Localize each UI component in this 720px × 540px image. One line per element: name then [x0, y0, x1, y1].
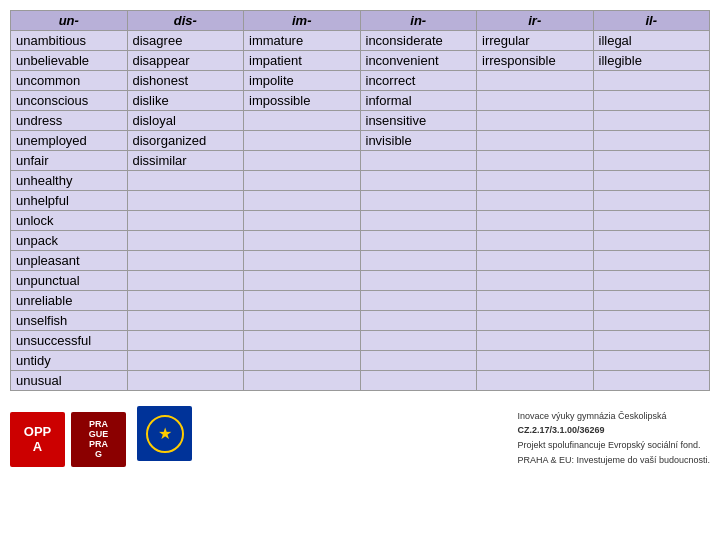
cell-in	[360, 351, 477, 371]
cell-un: uncommon	[11, 71, 128, 91]
cell-im	[244, 151, 361, 171]
header-il: il-	[593, 11, 710, 31]
cell-in	[360, 251, 477, 271]
header-in: in-	[360, 11, 477, 31]
cell-in	[360, 271, 477, 291]
table-row: unconsciousdislikeimpossibleinformal	[11, 91, 710, 111]
cell-im	[244, 111, 361, 131]
cell-dis: disorganized	[127, 131, 244, 151]
cell-ir	[477, 331, 594, 351]
page-container: un- dis- im- in- ir- il- unambitiousdisa…	[0, 0, 720, 540]
cell-ir	[477, 351, 594, 371]
cell-il: illegible	[593, 51, 710, 71]
cell-in: insensitive	[360, 111, 477, 131]
cell-il	[593, 351, 710, 371]
cell-im	[244, 311, 361, 331]
cell-un: unbelievable	[11, 51, 128, 71]
cell-ir	[477, 311, 594, 331]
cell-il	[593, 131, 710, 151]
cell-il	[593, 231, 710, 251]
cell-in	[360, 151, 477, 171]
header-im: im-	[244, 11, 361, 31]
cell-un: unpack	[11, 231, 128, 251]
cell-ir	[477, 231, 594, 251]
cell-im	[244, 291, 361, 311]
header-dis: dis-	[127, 11, 244, 31]
cell-dis: disappear	[127, 51, 244, 71]
cell-il	[593, 271, 710, 291]
eu-label: EVROPSKÁ UNIE	[132, 463, 197, 472]
cell-ir	[477, 131, 594, 151]
cell-ir	[477, 211, 594, 231]
project-line1: Projekt spolufinancuje Evropský sociální…	[517, 439, 710, 452]
prague-text: PRAGUEPRAG	[89, 419, 109, 459]
cell-in	[360, 191, 477, 211]
cell-in	[360, 231, 477, 251]
header-un: un-	[11, 11, 128, 31]
table-row: uncommondishonestimpoliteincorrect	[11, 71, 710, 91]
innovation-line2: CZ.2.17/3.1.00/36269	[517, 424, 710, 437]
cell-dis: disagree	[127, 31, 244, 51]
cell-il: illegal	[593, 31, 710, 51]
cell-in: inconvenient	[360, 51, 477, 71]
cell-un: unambitious	[11, 31, 128, 51]
cell-im	[244, 171, 361, 191]
logo-eu-wrap: ★ EVROPSKÁ UNIE	[132, 406, 197, 472]
cell-ir	[477, 171, 594, 191]
cell-un: untidy	[11, 351, 128, 371]
table-row: unbelievabledisappearimpatientinconvenie…	[11, 51, 710, 71]
logos: OPP A PRAGUEPRAG ★ EVROPSKÁ UNIE	[10, 406, 197, 472]
cell-un: unpunctual	[11, 271, 128, 291]
eu-stars: ★	[158, 426, 172, 442]
cell-un: unsuccessful	[11, 331, 128, 351]
oppa-text: OPP	[24, 424, 51, 439]
table-row: unsuccessful	[11, 331, 710, 351]
table-row: unhelpful	[11, 191, 710, 211]
table-row: unambitiousdisagreeimmatureinconsiderate…	[11, 31, 710, 51]
cell-in	[360, 211, 477, 231]
cell-il	[593, 371, 710, 391]
cell-il	[593, 331, 710, 351]
cell-im	[244, 231, 361, 251]
table-row: untidy	[11, 351, 710, 371]
cell-il	[593, 311, 710, 331]
project-line2: PRAHA & EU: Investujeme do vaší budoucno…	[517, 454, 710, 467]
innovation-line1: Inovace výuky gymnázia Českolipská	[517, 410, 710, 423]
cell-ir	[477, 91, 594, 111]
table-row: unlock	[11, 211, 710, 231]
footer: OPP A PRAGUEPRAG ★ EVROPSKÁ UNIE Inovace…	[10, 406, 710, 472]
table-row: unhealthy	[11, 171, 710, 191]
table-row: unpleasant	[11, 251, 710, 271]
cell-dis	[127, 291, 244, 311]
cell-un: unhelpful	[11, 191, 128, 211]
cell-un: unlock	[11, 211, 128, 231]
cell-un: unreliable	[11, 291, 128, 311]
cell-ir: irresponsible	[477, 51, 594, 71]
cell-ir	[477, 151, 594, 171]
cell-in: invisible	[360, 131, 477, 151]
cell-il	[593, 251, 710, 271]
logo-oppa: OPP A	[10, 412, 65, 467]
cell-ir	[477, 71, 594, 91]
cell-ir	[477, 191, 594, 211]
cell-im	[244, 331, 361, 351]
cell-in	[360, 331, 477, 351]
cell-un: unhealthy	[11, 171, 128, 191]
cell-il	[593, 111, 710, 131]
cell-im: impatient	[244, 51, 361, 71]
cell-im	[244, 351, 361, 371]
cell-in: incorrect	[360, 71, 477, 91]
table-row: unreliable	[11, 291, 710, 311]
cell-in: inconsiderate	[360, 31, 477, 51]
cell-in	[360, 311, 477, 331]
cell-un: undress	[11, 111, 128, 131]
cell-in	[360, 371, 477, 391]
cell-dis	[127, 211, 244, 231]
cell-un: unfair	[11, 151, 128, 171]
oppa-a: A	[33, 439, 42, 454]
cell-un: unemployed	[11, 131, 128, 151]
cell-dis	[127, 231, 244, 251]
prefix-table: un- dis- im- in- ir- il- unambitiousdisa…	[10, 10, 710, 391]
table-row: undressdisloyalinsensitive	[11, 111, 710, 131]
table-row: unselfish	[11, 311, 710, 331]
